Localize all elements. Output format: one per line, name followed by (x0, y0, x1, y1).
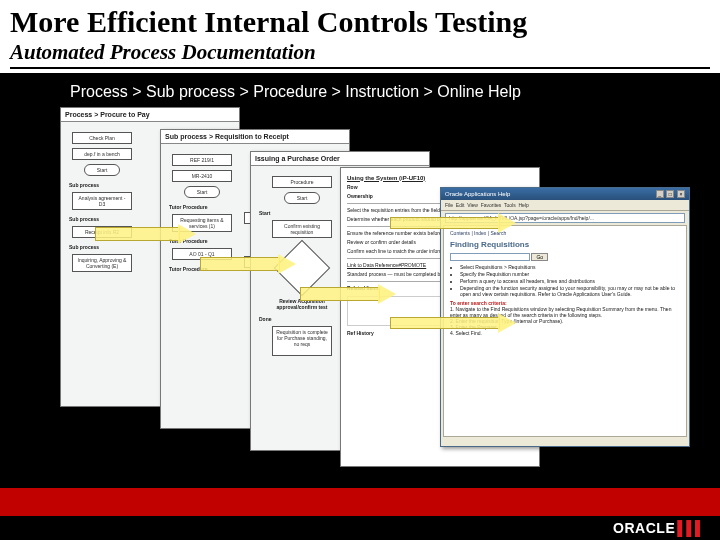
fc-label: Sub process (69, 216, 135, 222)
fc-box: Receipt info R2 (72, 226, 132, 238)
fc-note: Review Acquisition approval/confirm test (259, 298, 345, 310)
instr-section: Related Items (347, 285, 380, 291)
window-title: Oracle Applications Help (445, 191, 510, 197)
help-nav[interactable]: Contents | Index | Search (450, 230, 680, 236)
fc-box: dep.f in a bench (72, 148, 132, 160)
fc-box: MR-2410 (172, 170, 232, 182)
search-button[interactable]: Go (531, 253, 548, 261)
window-menubar: File Edit View Favorites Tools Help (441, 200, 689, 211)
fc-label: Tutor Procedure (169, 204, 235, 210)
help-content: Contents | Index | Search Finding Requis… (443, 225, 687, 437)
fc-label: Start (259, 210, 345, 216)
title-block: More Efficient Internal Controls Testing… (0, 0, 720, 73)
fc-label: Done (259, 316, 345, 322)
fc-box: Requisition is complete for Purchase sta… (272, 326, 332, 356)
window-titlebar: Oracle Applications Help _ □ × (441, 188, 689, 200)
fc-label: Tutor Procedure (169, 266, 235, 272)
help-bullet: Depending on the function security assig… (460, 285, 680, 297)
fc-label: Sub process (69, 244, 135, 250)
footer-bar: ORACLE▌▌▌ (0, 516, 720, 540)
help-heading: Finding Requisitions (450, 240, 680, 249)
doc-subprocess-header: Sub process > Requisition to Receipt (161, 130, 349, 144)
instr-row: Row (347, 184, 358, 190)
fc-box: AO 01 - Q1 (172, 248, 232, 260)
fc-box: Confirm existing requisition (272, 220, 332, 238)
fc-start: Start (84, 164, 120, 176)
fc-decision (274, 239, 331, 296)
address-bar[interactable]: http://appserver/OA_HTML/OA.jsp?page=/or… (445, 213, 685, 223)
fc-box: Requesting items & services (1) (172, 214, 232, 232)
instr-ownership: Ownership (347, 193, 373, 199)
footer-accent-bar (0, 488, 720, 516)
cascade-stage: Process > Procure to Pay Check Plan dep.… (0, 107, 720, 477)
doc-process-header: Process > Procure to Pay (61, 108, 239, 122)
search-input[interactable] (450, 253, 530, 261)
slide-subtitle: Automated Process Documentation (10, 40, 710, 69)
fc-box: REF 219/1 (172, 154, 232, 166)
breadcrumb: Process > Sub process > Procedure > Inst… (0, 73, 720, 101)
oracle-logo-bars-icon: ▌▌▌ (677, 520, 704, 536)
help-step: 1. Navigate to the Find Requisitions win… (450, 306, 680, 318)
fc-label: Tutor Procedure (169, 238, 235, 244)
help-search-row: Go (450, 253, 680, 261)
close-icon[interactable]: × (677, 190, 685, 198)
instr-footer: Ref History (347, 330, 374, 336)
fc-box: Procedure (272, 176, 332, 188)
doc-procedure-header: Issuing a Purchase Order (251, 152, 429, 166)
help-bullet: Perform a query to access all headers, l… (460, 278, 680, 284)
oracle-logo-text: ORACLE (613, 520, 675, 536)
help-bullets: Select Requisitions > Requisitions Speci… (460, 264, 680, 297)
fc-start: Start (284, 192, 320, 204)
window-buttons: _ □ × (655, 190, 685, 198)
oracle-logo: ORACLE▌▌▌ (613, 520, 704, 536)
help-bullet: Select Requisitions > Requisitions (460, 264, 680, 270)
maximize-icon[interactable]: □ (666, 190, 674, 198)
fc-box: Check Plan (72, 132, 132, 144)
fc-box: Analysis agreement - D3 (72, 192, 132, 210)
minimize-icon[interactable]: _ (656, 190, 664, 198)
doc-online-help: Oracle Applications Help _ □ × File Edit… (440, 187, 690, 447)
fc-box: Inquiring, Approving & Converting (E) (72, 254, 132, 272)
fc-label: Sub process (69, 182, 135, 188)
instr-heading: Using the System (iP-UF10) (347, 174, 533, 182)
help-step: 4. Select Find. (450, 330, 680, 336)
fc-start: Start (184, 186, 220, 198)
help-bullet: Specify the Requisition number (460, 271, 680, 277)
slide-title: More Efficient Internal Controls Testing (10, 6, 710, 38)
